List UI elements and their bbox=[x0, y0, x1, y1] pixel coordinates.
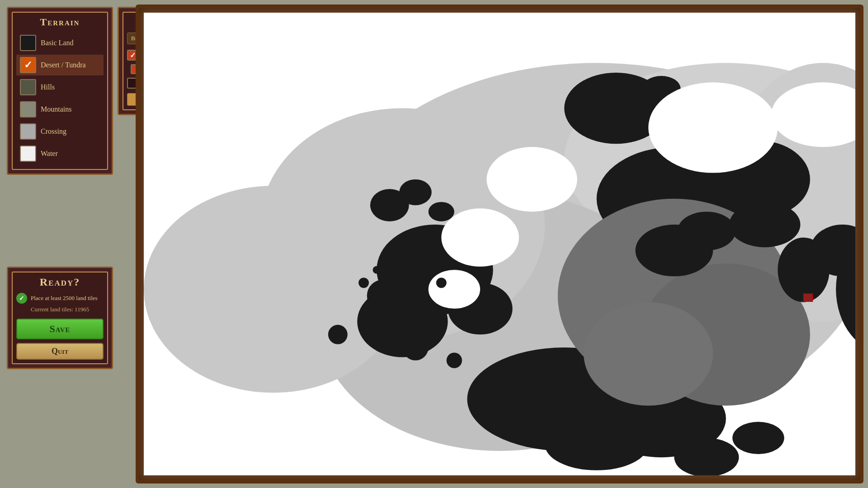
svg-point-45 bbox=[399, 179, 432, 205]
ready-panel-title: Ready? bbox=[16, 276, 104, 288]
terrain-panel-title: Terrain bbox=[16, 16, 104, 28]
svg-point-40 bbox=[392, 253, 401, 262]
svg-point-21 bbox=[359, 310, 382, 333]
svg-point-48 bbox=[674, 438, 739, 475]
quit-button[interactable]: Quit bbox=[16, 343, 104, 360]
svg-point-47 bbox=[545, 418, 648, 470]
terrain-item-desert-tundra[interactable]: Desert / Tundra bbox=[16, 55, 104, 75]
terrain-swatch-desert-tundra bbox=[20, 57, 36, 73]
svg-rect-50 bbox=[804, 294, 813, 301]
map-frame bbox=[136, 5, 863, 483]
terrain-item-crossing[interactable]: Crossing bbox=[16, 121, 104, 142]
svg-point-41 bbox=[406, 271, 418, 282]
terrain-swatch-water bbox=[20, 145, 36, 162]
svg-point-34 bbox=[678, 211, 736, 250]
terrain-label-crossing: Crossing bbox=[41, 127, 66, 136]
svg-point-46 bbox=[429, 202, 454, 221]
requirement-row: Place at least 2500 land tiles bbox=[16, 293, 104, 304]
svg-point-23 bbox=[328, 325, 348, 344]
terrain-item-basic-land[interactable]: Basic Land bbox=[16, 33, 104, 53]
svg-point-49 bbox=[732, 422, 784, 455]
terrain-label-basic-land: Basic Land bbox=[41, 39, 73, 47]
terrain-label-desert-tundra: Desert / Tundra bbox=[41, 61, 86, 69]
svg-point-39 bbox=[373, 266, 381, 274]
requirement-text: Place at least 2500 land tiles bbox=[31, 295, 98, 302]
terrain-item-water[interactable]: Water bbox=[16, 143, 104, 164]
terrain-swatch-hills bbox=[20, 79, 36, 95]
svg-point-32 bbox=[584, 302, 713, 406]
svg-point-22 bbox=[402, 334, 428, 360]
svg-point-35 bbox=[729, 202, 800, 247]
svg-point-20 bbox=[367, 280, 400, 312]
requirement-check-icon bbox=[16, 293, 27, 304]
terrain-item-mountains[interactable]: Mountains bbox=[16, 99, 104, 120]
terrain-panel: Terrain Basic Land Desert / Tundra Hills… bbox=[7, 7, 113, 175]
svg-point-7 bbox=[144, 186, 402, 393]
terrain-swatch-mountains bbox=[20, 101, 36, 117]
svg-point-42 bbox=[425, 259, 432, 267]
svg-point-29 bbox=[429, 270, 480, 309]
terrain-label-hills: Hills bbox=[41, 83, 55, 91]
svg-point-27 bbox=[486, 147, 577, 211]
terrain-swatch-basic-land bbox=[20, 35, 36, 51]
save-button[interactable]: Save bbox=[16, 319, 104, 339]
terrain-label-mountains: Mountains bbox=[41, 105, 71, 113]
map-svg bbox=[144, 13, 855, 475]
svg-point-25 bbox=[648, 82, 778, 173]
current-tiles-text: Current land tiles: 11965 bbox=[31, 306, 104, 313]
terrain-item-hills[interactable]: Hills bbox=[16, 77, 104, 98]
ready-panel: Ready? Place at least 2500 land tiles Cu… bbox=[7, 267, 113, 369]
svg-point-24 bbox=[447, 352, 462, 368]
svg-point-38 bbox=[359, 277, 369, 288]
svg-point-43 bbox=[436, 277, 447, 288]
terrain-label-water: Water bbox=[41, 150, 58, 158]
terrain-swatch-crossing bbox=[20, 123, 36, 140]
svg-point-28 bbox=[441, 208, 519, 267]
map-canvas[interactable] bbox=[144, 13, 855, 475]
